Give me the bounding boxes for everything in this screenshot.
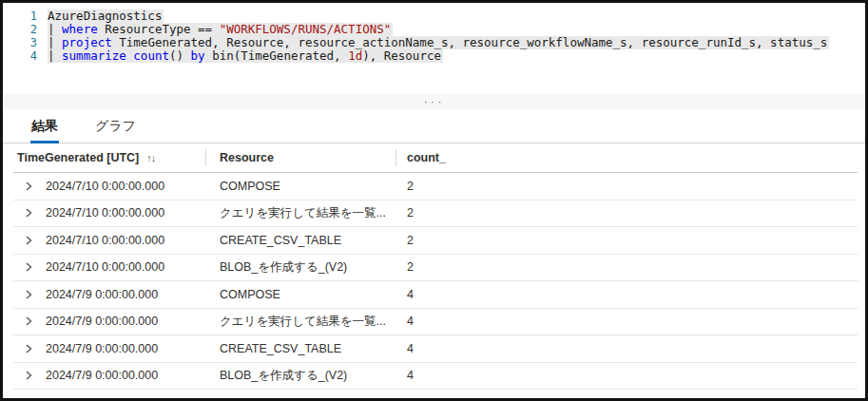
code-token: by [191, 48, 205, 63]
code-token: where [62, 22, 98, 36]
cell-resource: COMPOSE [220, 281, 280, 308]
tab-chart[interactable]: グラフ [94, 114, 137, 143]
code-token: "WORKFLOWS/RUNS/ACTIONS" [220, 22, 392, 36]
cell-count: 2 [407, 227, 414, 254]
table-row[interactable]: 2024/7/9 0:00:00.000 BLOB_を作成する_(V2) 4 [3, 363, 865, 391]
row-expand-chevron-icon[interactable] [24, 363, 33, 390]
code-line[interactable]: 1 AzureDiagnostics [3, 10, 865, 23]
column-header-label: TimeGenerated [UTC] [17, 151, 139, 164]
pane-splitter[interactable]: ··· [3, 94, 865, 109]
row-expand-chevron-icon[interactable] [24, 335, 33, 362]
code-line-text[interactable]: | summarize count() by bin(TimeGenerated… [48, 49, 443, 63]
code-line-text[interactable]: AzureDiagnostics [48, 10, 164, 23]
code-token: | [48, 35, 62, 49]
cell-timegenerated: 2024/7/9 0:00:00.000 [46, 281, 158, 308]
code-token: TimeGenerated, Resource, resource_action… [112, 35, 828, 49]
cell-timegenerated: 2024/7/9 0:00:00.000 [46, 309, 158, 335]
row-expand-chevron-icon[interactable] [24, 309, 33, 335]
row-expand-chevron-icon[interactable] [24, 200, 33, 227]
table-row[interactable]: 2024/7/10 0:00:00.000 BLOB_を作成する_(V2) 2 [3, 255, 865, 282]
splitter-grip-icon[interactable]: ··· [424, 97, 445, 106]
cell-timegenerated: 2024/7/10 0:00:00.000 [46, 227, 164, 254]
column-header-count[interactable]: count_ [407, 143, 446, 172]
cell-timegenerated: 2024/7/9 0:00:00.000 [46, 335, 158, 362]
line-number: 4 [3, 49, 48, 63]
cell-timegenerated: 2024/7/10 0:00:00.000 [46, 173, 164, 200]
cell-count: 4 [407, 335, 414, 362]
row-expand-chevron-icon[interactable] [24, 173, 33, 200]
column-separator [395, 149, 396, 166]
results-tab-bar: 結果 グラフ [3, 115, 865, 143]
column-separator [205, 149, 206, 166]
tab-results[interactable]: 結果 [30, 114, 59, 143]
line-number: 3 [3, 36, 48, 49]
code-token: () [169, 48, 191, 63]
cell-timegenerated: 2024/7/10 0:00:00.000 [46, 200, 164, 227]
code-line[interactable]: 2 | where ResourceType == "WORKFLOWS/RUN… [3, 23, 865, 36]
cell-resource: BLOB_を作成する_(V2) [220, 363, 347, 390]
column-header-resource[interactable]: Resource [220, 143, 274, 172]
column-header-label: Resource [220, 151, 274, 164]
cell-count: 4 [407, 309, 414, 335]
code-token: ), Resource [362, 48, 441, 63]
code-token: 1d [348, 48, 362, 63]
results-grid-body: 2024/7/10 0:00:00.000 COMPOSE 2 2024/7/1… [3, 173, 865, 390]
code-token: AzureDiagnostics [48, 9, 162, 23]
cell-count: 2 [407, 173, 414, 200]
table-row[interactable]: 2024/7/9 0:00:00.000 CREATE_CSV_TABLE 4 [3, 335, 865, 363]
cell-resource: CREATE_CSV_TABLE [220, 335, 341, 362]
cell-resource: COMPOSE [220, 173, 280, 200]
table-row[interactable]: 2024/7/9 0:00:00.000 クエリを実行して結果を一覧... 4 [3, 309, 865, 336]
cell-timegenerated: 2024/7/9 0:00:00.000 [46, 363, 158, 390]
line-number: 1 [3, 10, 48, 23]
column-header-timegenerated[interactable]: TimeGenerated [UTC] ↑↓ [17, 143, 155, 172]
row-expand-chevron-icon[interactable] [24, 227, 33, 254]
code-token: | [48, 22, 62, 36]
code-line-text[interactable]: | project TimeGenerated, Resource, resou… [48, 36, 829, 49]
code-line-text[interactable]: | where ResourceType == "WORKFLOWS/RUNS/… [48, 23, 393, 36]
cell-timegenerated: 2024/7/10 0:00:00.000 [46, 255, 164, 281]
line-number: 2 [3, 23, 48, 36]
column-header-label: count_ [407, 151, 446, 164]
log-analytics-query-window: 1 AzureDiagnostics 2 | where ResourceTyp… [0, 0, 868, 401]
row-expand-chevron-icon[interactable] [24, 281, 33, 308]
code-token: project [62, 35, 112, 49]
code-token: summarize [62, 48, 126, 63]
tab-label: グラフ [95, 118, 136, 133]
code-line[interactable]: 4 | summarize count() by bin(TimeGenerat… [3, 49, 865, 63]
code-token: ResourceType == [98, 22, 220, 36]
table-row[interactable]: 2024/7/9 0:00:00.000 COMPOSE 4 [3, 281, 865, 309]
cell-count: 2 [407, 200, 414, 227]
cell-resource: CREATE_CSV_TABLE [220, 227, 341, 254]
code-token: | [48, 48, 62, 63]
sort-arrows-icon[interactable]: ↑↓ [146, 152, 155, 163]
cell-resource: BLOB_を作成する_(V2) [220, 255, 347, 281]
results-grid-header: TimeGenerated [UTC] ↑↓ Resource count_ [13, 143, 858, 173]
code-token: bin(TimeGenerated, [205, 48, 349, 63]
table-row[interactable]: 2024/7/10 0:00:00.000 CREATE_CSV_TABLE 2 [3, 227, 865, 255]
cell-resource: クエリを実行して結果を一覧... [220, 200, 386, 227]
cell-count: 4 [407, 363, 414, 390]
code-token: count [133, 48, 169, 63]
tab-label: 結果 [31, 118, 58, 133]
code-line[interactable]: 3 | project TimeGenerated, Resource, res… [3, 36, 865, 49]
table-row[interactable]: 2024/7/10 0:00:00.000 COMPOSE 2 [3, 173, 865, 200]
row-expand-chevron-icon[interactable] [24, 255, 33, 281]
cell-count: 4 [407, 281, 414, 308]
table-row[interactable]: 2024/7/10 0:00:00.000 クエリを実行して結果を一覧... 2 [3, 200, 865, 228]
cell-resource: クエリを実行して結果を一覧... [220, 309, 386, 335]
query-editor[interactable]: 1 AzureDiagnostics 2 | where ResourceTyp… [3, 3, 865, 63]
cell-count: 2 [407, 255, 414, 281]
